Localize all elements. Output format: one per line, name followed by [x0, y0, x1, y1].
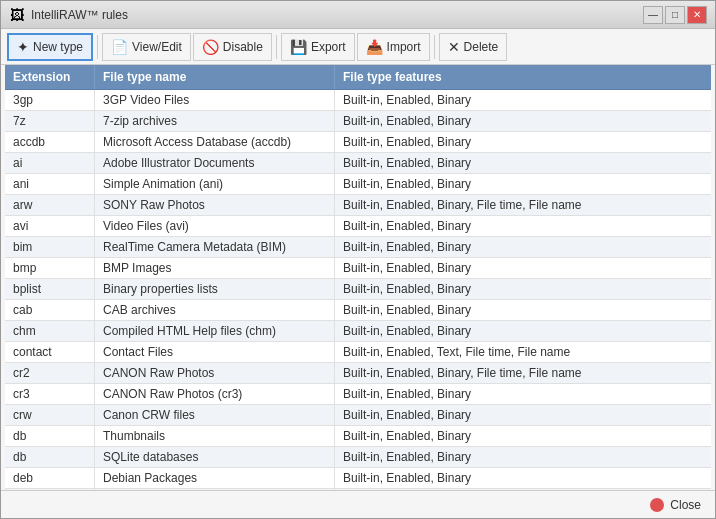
cell-3-0: ai: [5, 153, 95, 173]
view-edit-button[interactable]: 📄 View/Edit: [102, 33, 191, 61]
table-row[interactable]: contactContact FilesBuilt-in, Enabled, T…: [5, 342, 711, 363]
title-bar: 🖼 IntelliRAW™ rules — □ ✕: [1, 1, 715, 29]
cell-10-0: cab: [5, 300, 95, 320]
delete-icon: ✕: [448, 39, 460, 55]
cell-11-2: Built-in, Enabled, Binary: [335, 321, 711, 341]
cell-2-0: accdb: [5, 132, 95, 152]
table-body[interactable]: 3gp3GP Video FilesBuilt-in, Enabled, Bin…: [5, 90, 711, 490]
cell-10-2: Built-in, Enabled, Binary: [335, 300, 711, 320]
table-container: Extension File type name File type featu…: [5, 65, 711, 490]
cell-12-2: Built-in, Enabled, Text, File time, File…: [335, 342, 711, 362]
cell-3-2: Built-in, Enabled, Binary: [335, 153, 711, 173]
cell-2-1: Microsoft Access Database (accdb): [95, 132, 335, 152]
cell-0-2: Built-in, Enabled, Binary: [335, 90, 711, 110]
close-label: Close: [670, 498, 701, 512]
cell-5-1: SONY Raw Photos: [95, 195, 335, 215]
cell-17-1: SQLite databases: [95, 447, 335, 467]
cell-7-2: Built-in, Enabled, Binary: [335, 237, 711, 257]
cell-4-1: Simple Animation (ani): [95, 174, 335, 194]
table-row[interactable]: cr3CANON Raw Photos (cr3)Built-in, Enabl…: [5, 384, 711, 405]
cell-3-1: Adobe Illustrator Documents: [95, 153, 335, 173]
cell-15-0: crw: [5, 405, 95, 425]
cell-9-1: Binary properties lists: [95, 279, 335, 299]
table-row[interactable]: cabCAB archivesBuilt-in, Enabled, Binary: [5, 300, 711, 321]
export-label: Export: [311, 40, 346, 54]
table-row[interactable]: accdbMicrosoft Access Database (accdb)Bu…: [5, 132, 711, 153]
table-row[interactable]: bmpBMP ImagesBuilt-in, Enabled, Binary: [5, 258, 711, 279]
cell-6-2: Built-in, Enabled, Binary: [335, 216, 711, 236]
cell-5-0: arw: [5, 195, 95, 215]
table-row[interactable]: crwCanon CRW filesBuilt-in, Enabled, Bin…: [5, 405, 711, 426]
cell-14-2: Built-in, Enabled, Binary: [335, 384, 711, 404]
disable-label: Disable: [223, 40, 263, 54]
cell-9-0: bplist: [5, 279, 95, 299]
cell-9-2: Built-in, Enabled, Binary: [335, 279, 711, 299]
status-bar: Close: [1, 490, 715, 518]
new-type-button[interactable]: ✦ New type: [7, 33, 93, 61]
table-header: Extension File type name File type featu…: [5, 65, 711, 90]
new-type-icon: ✦: [17, 39, 29, 55]
disable-icon: 🚫: [202, 39, 219, 55]
cell-11-1: Compiled HTML Help files (chm): [95, 321, 335, 341]
cell-15-1: Canon CRW files: [95, 405, 335, 425]
cell-13-1: CANON Raw Photos: [95, 363, 335, 383]
table-row[interactable]: 3gp3GP Video FilesBuilt-in, Enabled, Bin…: [5, 90, 711, 111]
header-file-type-features: File type features: [335, 65, 711, 89]
cell-16-1: Thumbnails: [95, 426, 335, 446]
cell-6-0: avi: [5, 216, 95, 236]
table-row[interactable]: bimRealTime Camera Metadata (BIM)Built-i…: [5, 237, 711, 258]
cell-14-1: CANON Raw Photos (cr3): [95, 384, 335, 404]
cell-8-2: Built-in, Enabled, Binary: [335, 258, 711, 278]
disable-button[interactable]: 🚫 Disable: [193, 33, 272, 61]
table-row[interactable]: dbThumbnailsBuilt-in, Enabled, Binary: [5, 426, 711, 447]
import-label: Import: [387, 40, 421, 54]
maximize-button[interactable]: □: [665, 6, 685, 24]
cell-12-1: Contact Files: [95, 342, 335, 362]
table-row[interactable]: aiAdobe Illustrator DocumentsBuilt-in, E…: [5, 153, 711, 174]
cell-10-1: CAB archives: [95, 300, 335, 320]
table-row[interactable]: bplistBinary properties listsBuilt-in, E…: [5, 279, 711, 300]
toolbar-separator-2: [276, 35, 277, 59]
cell-18-2: Built-in, Enabled, Binary: [335, 468, 711, 488]
cell-11-0: chm: [5, 321, 95, 341]
view-edit-label: View/Edit: [132, 40, 182, 54]
export-icon: 💾: [290, 39, 307, 55]
cell-1-2: Built-in, Enabled, Binary: [335, 111, 711, 131]
table-row[interactable]: aniSimple Animation (ani)Built-in, Enabl…: [5, 174, 711, 195]
cell-16-2: Built-in, Enabled, Binary: [335, 426, 711, 446]
table-row[interactable]: dbSQLite databasesBuilt-in, Enabled, Bin…: [5, 447, 711, 468]
import-button[interactable]: 📥 Import: [357, 33, 430, 61]
table-row[interactable]: cr2CANON Raw PhotosBuilt-in, Enabled, Bi…: [5, 363, 711, 384]
cell-0-1: 3GP Video Files: [95, 90, 335, 110]
cell-5-2: Built-in, Enabled, Binary, File time, Fi…: [335, 195, 711, 215]
export-button[interactable]: 💾 Export: [281, 33, 355, 61]
cell-12-0: contact: [5, 342, 95, 362]
close-window-button[interactable]: ✕: [687, 6, 707, 24]
table-row[interactable]: 7z7-zip archivesBuilt-in, Enabled, Binar…: [5, 111, 711, 132]
toolbar-separator-1: [97, 35, 98, 59]
cell-17-0: db: [5, 447, 95, 467]
cell-18-1: Debian Packages: [95, 468, 335, 488]
cell-4-0: ani: [5, 174, 95, 194]
cell-6-1: Video Files (avi): [95, 216, 335, 236]
cell-1-0: 7z: [5, 111, 95, 131]
cell-14-0: cr3: [5, 384, 95, 404]
cell-16-0: db: [5, 426, 95, 446]
cell-17-2: Built-in, Enabled, Binary: [335, 447, 711, 467]
toolbar: ✦ New type 📄 View/Edit 🚫 Disable 💾 Expor…: [1, 29, 715, 65]
close-button[interactable]: Close: [644, 496, 707, 514]
cell-7-1: RealTime Camera Metadata (BIM): [95, 237, 335, 257]
delete-label: Delete: [464, 40, 499, 54]
delete-button[interactable]: ✕ Delete: [439, 33, 508, 61]
table-row[interactable]: chmCompiled HTML Help files (chm)Built-i…: [5, 321, 711, 342]
cell-13-0: cr2: [5, 363, 95, 383]
table-row[interactable]: arwSONY Raw PhotosBuilt-in, Enabled, Bin…: [5, 195, 711, 216]
minimize-button[interactable]: —: [643, 6, 663, 24]
toolbar-separator-3: [434, 35, 435, 59]
import-icon: 📥: [366, 39, 383, 55]
cell-7-0: bim: [5, 237, 95, 257]
cell-8-0: bmp: [5, 258, 95, 278]
table-row[interactable]: aviVideo Files (avi)Built-in, Enabled, B…: [5, 216, 711, 237]
header-file-type-name: File type name: [95, 65, 335, 89]
table-row[interactable]: debDebian PackagesBuilt-in, Enabled, Bin…: [5, 468, 711, 489]
